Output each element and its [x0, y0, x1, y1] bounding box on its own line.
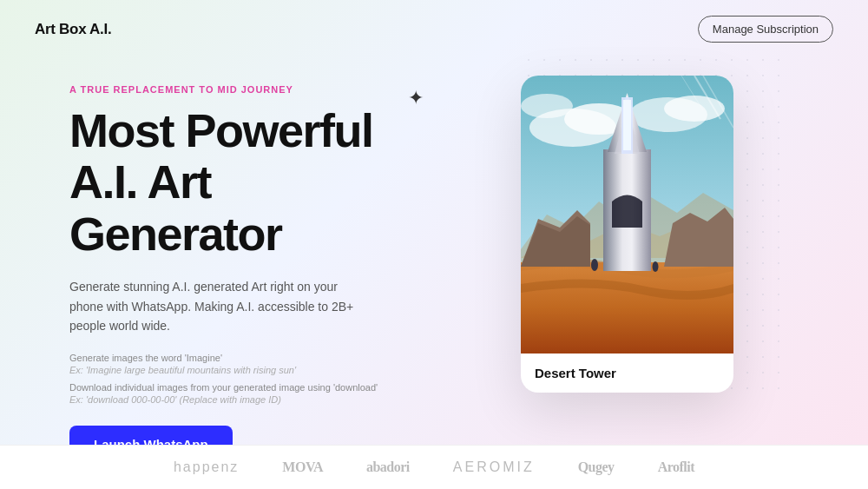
brand-logos-bar: happenzMOVAabadoriAEROMIZQugeyAroflit: [0, 445, 868, 489]
instruction-1-title: Generate images the word 'Imagine': [69, 353, 469, 363]
sparkle-icon: ✦: [408, 87, 424, 109]
svg-point-17: [591, 259, 598, 271]
svg-point-5: [521, 94, 573, 118]
art-card-container: Desert Tower: [521, 76, 746, 393]
hero-left-column: A TRUE REPLACEMENT TO MID JOURNEY Most P…: [69, 76, 469, 485]
instruction-1-example: Ex: 'Imagine large beautiful mountains w…: [69, 365, 469, 375]
svg-point-18: [653, 261, 659, 272]
brand-logo-happenz: happenz: [174, 459, 239, 475]
brand-logo-mova: MOVA: [282, 459, 323, 475]
art-card-caption: Desert Tower: [521, 354, 733, 393]
instruction-2-title: Download individual images from your gen…: [69, 382, 469, 393]
hero-title: Most Powerful A.I. Art Generator: [69, 105, 469, 260]
brand-logo-qugey: Qugey: [578, 459, 615, 475]
hero-description: Generate stunning A.I. generated Art rig…: [69, 277, 365, 335]
brand-logo-aeromiz: AEROMIZ: [453, 459, 535, 475]
brand-logo-abadori: abadori: [366, 459, 410, 475]
instruction-2-example: Ex: 'download 000-00-00' (Replace with i…: [69, 394, 469, 405]
brand-logo-aroflit: Aroflit: [658, 459, 694, 475]
instruction-1: Generate images the word 'Imagine' Ex: '…: [69, 353, 469, 375]
logo: Art Box A.I.: [35, 21, 111, 38]
art-image: [521, 76, 733, 354]
svg-point-4: [664, 96, 725, 122]
instruction-2: Download individual images from your gen…: [69, 382, 469, 405]
art-card: Desert Tower: [521, 76, 733, 393]
manage-subscription-button[interactable]: Manage Subscription: [698, 16, 833, 43]
svg-rect-13: [623, 100, 631, 150]
